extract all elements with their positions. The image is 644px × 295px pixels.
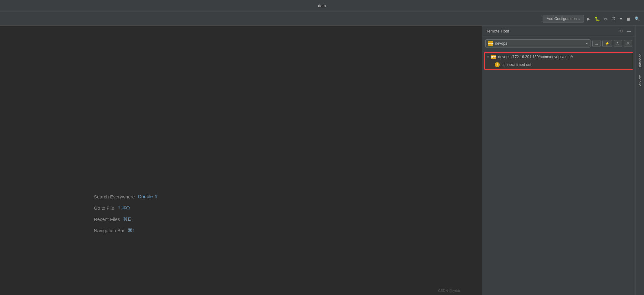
chevron-down-icon: ▾ [620, 16, 622, 21]
run-button[interactable]: ▶ [585, 15, 592, 22]
panel-header: Remote Host ⚙ — [482, 26, 635, 37]
error-icon: ! [495, 62, 500, 67]
watermark: CSDN @tyrbb [438, 289, 460, 292]
toolbar: Add Configuration... ▶ 🐛 ⎋ ⏱ ▾ ◼ 🔍 [0, 12, 644, 26]
recent-files-label: Recent Files [94, 217, 120, 222]
search-icon: 🔍 [635, 16, 640, 21]
left-area: Search Everywhere Double ⇧ Go to File ⇧⌘… [0, 26, 482, 295]
connection-name: devops [495, 41, 507, 46]
navigation-bar-label: Navigation Bar [94, 228, 125, 233]
tree-node-header[interactable]: ▾ SFTP devops (172.16.201.139/home/devop… [485, 53, 633, 61]
shortcut-navigation-bar: Navigation Bar ⌘↑ [94, 228, 158, 233]
connection-bar: SFTP devops ▾ ... ⚡ ↻ ✕ [482, 37, 635, 50]
tree-error-row: ! connect timed out [485, 61, 633, 69]
refresh-button[interactable]: ↻ [614, 40, 622, 47]
dropdown-arrow-icon: ▾ [586, 42, 588, 45]
close-icon: ✕ [626, 41, 630, 46]
add-configuration-button[interactable]: Add Configuration... [543, 15, 584, 22]
shortcut-recent-files: Recent Files ⌘E [94, 216, 158, 222]
search-button[interactable]: 🔍 [633, 15, 641, 22]
run-icon: ▶ [587, 16, 590, 21]
tree-node-label: devops (172.16.201.139/home/devops/autoA [498, 55, 573, 59]
recent-files-key: ⌘E [123, 216, 131, 222]
database-tab[interactable]: Database [637, 51, 643, 72]
search-everywhere-key: Double ⇧ [138, 194, 158, 199]
shortcut-go-to-file: Go to File ⇧⌘O [94, 205, 158, 211]
panel-minimize-button[interactable]: — [626, 28, 632, 34]
navigation-bar-key: ⌘↑ [128, 228, 135, 233]
sftp-server-icon: SFTP [491, 55, 496, 59]
coverage-icon: ⏱ [611, 16, 616, 21]
sftp-icon: SFTP [488, 41, 493, 46]
go-to-file-key: ⇧⌘O [117, 205, 130, 211]
gear-icon: ⚙ [619, 29, 623, 33]
coverage-button[interactable]: ⏱ [610, 15, 617, 22]
shortcut-search-everywhere: Search Everywhere Double ⇧ [94, 194, 158, 199]
main-layout: Search Everywhere Double ⇧ Go to File ⇧⌘… [0, 26, 644, 295]
shortcuts-list: Search Everywhere Double ⇧ Go to File ⇧⌘… [94, 194, 158, 239]
tree-node-container: ▾ SFTP devops (172.16.201.139/home/devop… [484, 52, 633, 70]
go-to-file-label: Go to File [94, 205, 114, 211]
remote-host-panel: Remote Host ⚙ — SFTP devops ▾ ... ⚡ [482, 26, 635, 295]
panel-title: Remote Host [485, 29, 509, 33]
error-message: connect timed out [502, 62, 531, 67]
more-options-button[interactable]: ... [592, 40, 601, 47]
connection-dropdown[interactable]: SFTP devops ▾ [485, 39, 590, 48]
app-title: data [318, 3, 326, 8]
right-tab-strip: Database SciView [635, 26, 644, 295]
refresh-icon: ↻ [616, 41, 620, 46]
debug-button[interactable]: 🐛 [593, 15, 601, 22]
sliders-icon: ⚡ [605, 41, 610, 46]
attach-icon: ⎋ [604, 16, 607, 21]
settings-icon-button[interactable]: ⚡ [602, 40, 612, 47]
sciview-tab[interactable]: SciView [637, 72, 643, 91]
panel-gear-button[interactable]: ⚙ [618, 28, 624, 34]
stop-button[interactable]: ◼ [625, 15, 632, 22]
search-everywhere-label: Search Everywhere [94, 194, 135, 199]
panel-header-icons: ⚙ — [618, 28, 632, 34]
tree-area: ▾ SFTP devops (172.16.201.139/home/devop… [482, 50, 635, 295]
chevron-down-icon: ▾ [487, 55, 489, 59]
stop-icon: ◼ [626, 16, 630, 21]
dropdown-button[interactable]: ▾ [618, 15, 624, 22]
minimize-icon: — [627, 29, 631, 33]
debug-icon: 🐛 [595, 16, 600, 21]
close-connection-button[interactable]: ✕ [624, 40, 632, 47]
attach-button[interactable]: ⎋ [603, 15, 608, 22]
top-bar: data [0, 0, 644, 12]
